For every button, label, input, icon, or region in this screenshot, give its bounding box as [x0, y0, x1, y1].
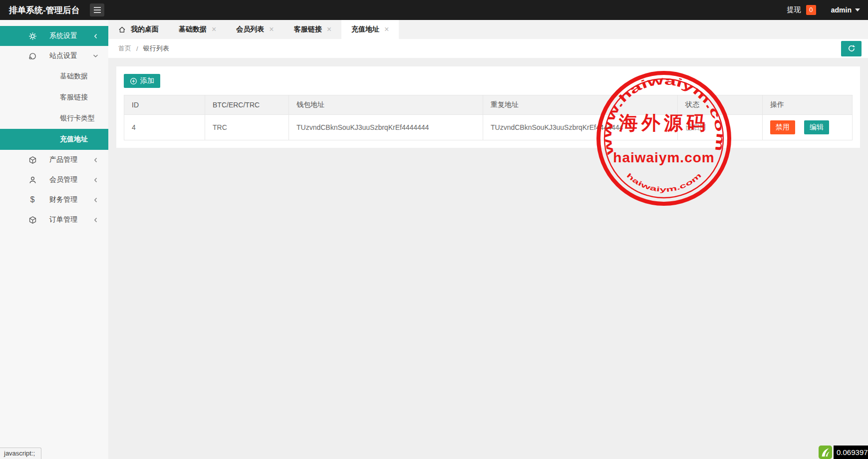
- sidebar-item-label: 财务管理: [49, 195, 77, 204]
- close-icon[interactable]: ×: [384, 25, 389, 33]
- home-icon: [118, 26, 126, 33]
- tab-my-desktop[interactable]: 我的桌面: [108, 20, 169, 39]
- refresh-button[interactable]: [841, 41, 862, 56]
- hamburger-icon: [94, 7, 101, 8]
- breadcrumb-separator: /: [136, 45, 138, 52]
- sidebar-item-system-settings[interactable]: 系统设置: [0, 26, 108, 46]
- sidebar-item-label: 订单管理: [49, 215, 77, 224]
- tab-label: 我的桌面: [131, 25, 159, 34]
- stamp-center-domain: haiwaiym.com: [613, 150, 714, 165]
- cell-status: 已启用: [678, 115, 763, 140]
- column-header-type: BTC/ERC/TRC: [205, 95, 289, 114]
- withdraw-count-badge: 0: [806, 5, 816, 15]
- column-header-id: ID: [124, 95, 205, 114]
- close-icon[interactable]: ×: [212, 25, 216, 33]
- cell-actions: 禁用 编辑: [763, 115, 852, 140]
- chevron-left-icon: [93, 157, 98, 163]
- cell-wallet-address: TUzvndCBknSouKJ3uuSzbrqKrEf4444444: [289, 115, 483, 140]
- sidebar-item-finance-management[interactable]: $ 财务管理: [0, 190, 108, 210]
- add-button[interactable]: 添加: [124, 74, 160, 88]
- sidebar-item-member-management[interactable]: 会员管理: [0, 170, 108, 190]
- perf-counter-value: 0.0693979: [834, 446, 868, 459]
- sidebar-item-order-management[interactable]: 订单管理: [0, 210, 108, 230]
- cell-duplicate-address: TUzvndCBknSouKJ3uuSzbrqKrEf4444444: [483, 115, 678, 140]
- close-icon[interactable]: ×: [269, 25, 274, 33]
- perf-counter: 0.0693979: [819, 446, 868, 459]
- tab-label: 客服链接: [294, 25, 322, 34]
- breadcrumb-home-link[interactable]: 首页: [118, 44, 131, 53]
- tab-recharge-address[interactable]: 充值地址 ×: [341, 20, 399, 39]
- sidebar-collapse-button[interactable]: [90, 3, 104, 16]
- sidebar-item-label: 站点设置: [49, 51, 77, 60]
- close-icon[interactable]: ×: [327, 25, 331, 33]
- sidebar-item-label: 会员管理: [49, 175, 77, 184]
- dollar-icon: $: [27, 196, 37, 204]
- column-header-actions: 操作: [763, 95, 852, 114]
- tab-label: 会员列表: [236, 25, 264, 34]
- address-table: ID BTC/ERC/TRC 钱包地址 重复地址 状态 操作 4 TRC TUz…: [124, 95, 853, 140]
- table-row: 4 TRC TUzvndCBknSouKJ3uuSzbrqKrEf4444444…: [124, 115, 852, 140]
- breadcrumb-current: 银行列表: [143, 44, 169, 53]
- chevron-left-icon: [93, 197, 98, 203]
- sidebar-item-service-link[interactable]: 客服链接: [0, 87, 108, 108]
- cube-icon: [27, 156, 37, 164]
- sidebar-item-basic-data[interactable]: 基础数据: [0, 66, 108, 87]
- sidebar: 系统设置 站点设置 基础数据 客服链接 银行卡类型 充值地址: [0, 20, 108, 459]
- gear-icon: [27, 32, 37, 40]
- chevron-down-icon: [93, 53, 98, 58]
- column-header-duplicate: 重复地址: [483, 95, 678, 114]
- sidebar-item-bank-card-type[interactable]: 银行卡类型: [0, 108, 108, 129]
- site-settings-icon: [27, 52, 37, 60]
- tab-basic-data[interactable]: 基础数据 ×: [169, 20, 226, 39]
- cell-type: TRC: [205, 115, 289, 140]
- withdraw-link[interactable]: 提现: [787, 5, 801, 14]
- tab-member-list[interactable]: 会员列表 ×: [226, 20, 284, 39]
- top-header: 排单系统-管理后台 提现 0 admin: [0, 0, 868, 20]
- person-icon: [27, 176, 37, 184]
- cube-icon: [27, 216, 37, 224]
- status-badge: 已启用: [685, 123, 706, 132]
- refresh-icon: [848, 44, 856, 52]
- breadcrumb: 首页 / 银行列表: [108, 39, 868, 58]
- stamp-bottom-arc-text: haiwaiym.com: [625, 171, 703, 193]
- plus-circle-icon: [130, 77, 137, 85]
- chevron-left-icon: [93, 177, 98, 183]
- sidebar-item-label: 系统设置: [49, 31, 77, 40]
- tab-bar: 我的桌面 基础数据 × 会员列表 × 客服链接 × 充值地址 ×: [108, 20, 868, 39]
- sidebar-item-site-settings[interactable]: 站点设置: [0, 46, 108, 66]
- edit-button[interactable]: 编辑: [804, 120, 829, 134]
- tab-label: 充值地址: [351, 25, 379, 34]
- column-header-wallet: 钱包地址: [289, 95, 483, 114]
- browser-status-tooltip: javascript:;: [0, 448, 41, 459]
- content-card: 添加 ID BTC/ERC/TRC 钱包地址 重复地址 状态 操作 4 TRC …: [116, 66, 860, 148]
- tab-label: 基础数据: [179, 25, 207, 34]
- app-title: 排单系统-管理后台: [0, 4, 90, 16]
- user-menu[interactable]: admin: [831, 6, 852, 14]
- sidebar-item-recharge-address[interactable]: 充值地址: [0, 129, 108, 150]
- chevron-left-icon: [93, 217, 98, 223]
- chevron-left-icon: [93, 33, 98, 39]
- svg-text:haiwaiym.com: haiwaiym.com: [625, 171, 703, 193]
- table-header-row: ID BTC/ERC/TRC 钱包地址 重复地址 状态 操作: [124, 95, 852, 115]
- disable-button[interactable]: 禁用: [770, 120, 795, 134]
- column-header-status: 状态: [678, 95, 763, 114]
- tab-service-link[interactable]: 客服链接 ×: [284, 20, 341, 39]
- flame-plugin-icon: [819, 446, 832, 459]
- chevron-down-icon: [855, 8, 860, 11]
- cell-id: 4: [124, 115, 205, 140]
- sidebar-item-label: 产品管理: [49, 155, 77, 164]
- sidebar-item-product-management[interactable]: 产品管理: [0, 150, 108, 170]
